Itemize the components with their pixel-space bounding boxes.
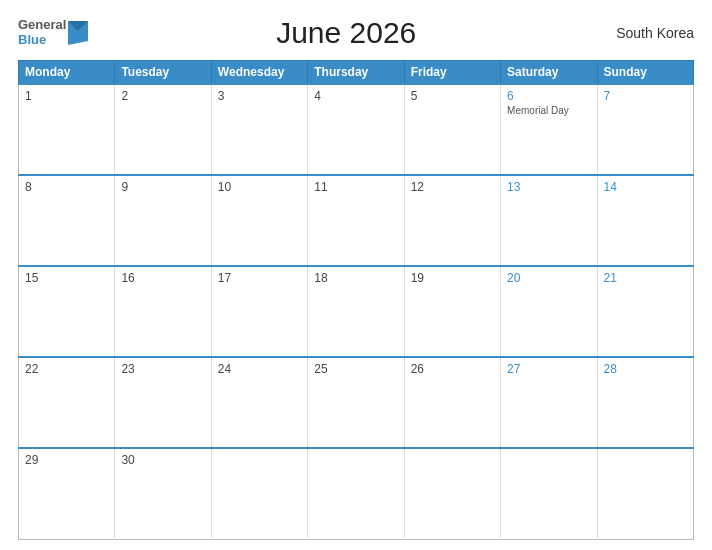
day-empty-5 [597,448,693,539]
day-20: 20 [501,266,597,357]
day-9: 9 [115,175,211,266]
day-11: 11 [308,175,404,266]
day-empty-3 [404,448,500,539]
day-7: 7 [597,84,693,175]
col-sunday: Sunday [597,61,693,85]
week-row-3: 15 16 17 18 19 20 21 [19,266,694,357]
col-thursday: Thursday [308,61,404,85]
logo-flag-icon [68,21,88,45]
day-empty-1 [211,448,307,539]
col-wednesday: Wednesday [211,61,307,85]
day-5: 5 [404,84,500,175]
day-29: 29 [19,448,115,539]
header: General Blue June 2026 South Korea [18,16,694,50]
calendar-table: Monday Tuesday Wednesday Thursday Friday… [18,60,694,540]
week-row-4: 22 23 24 25 26 27 28 [19,357,694,448]
day-8: 8 [19,175,115,266]
day-empty-4 [501,448,597,539]
day-15: 15 [19,266,115,357]
day-4: 4 [308,84,404,175]
day-12: 12 [404,175,500,266]
day-27: 27 [501,357,597,448]
day-18: 18 [308,266,404,357]
week-row-1: 1 2 3 4 5 6 Memorial Day 7 [19,84,694,175]
day-28: 28 [597,357,693,448]
day-3: 3 [211,84,307,175]
week-row-2: 8 9 10 11 12 13 14 [19,175,694,266]
day-empty-2 [308,448,404,539]
day-17: 17 [211,266,307,357]
day-16: 16 [115,266,211,357]
calendar-header: Monday Tuesday Wednesday Thursday Friday… [19,61,694,85]
country-label: South Korea [604,25,694,41]
day-26: 26 [404,357,500,448]
logo-general: General [18,18,66,33]
day-21: 21 [597,266,693,357]
day-13: 13 [501,175,597,266]
col-monday: Monday [19,61,115,85]
day-25: 25 [308,357,404,448]
day-23: 23 [115,357,211,448]
day-6: 6 Memorial Day [501,84,597,175]
calendar-title: June 2026 [88,16,604,50]
weekday-header-row: Monday Tuesday Wednesday Thursday Friday… [19,61,694,85]
page: General Blue June 2026 South Korea Monda… [0,0,712,550]
day-30: 30 [115,448,211,539]
logo-blue: Blue [18,33,66,48]
day-24: 24 [211,357,307,448]
logo: General Blue [18,18,88,48]
col-saturday: Saturday [501,61,597,85]
day-10: 10 [211,175,307,266]
col-friday: Friday [404,61,500,85]
day-1: 1 [19,84,115,175]
calendar-body: 1 2 3 4 5 6 Memorial Day 7 8 9 10 11 12 … [19,84,694,540]
logo-text: General Blue [18,18,66,48]
day-14: 14 [597,175,693,266]
col-tuesday: Tuesday [115,61,211,85]
day-2: 2 [115,84,211,175]
day-22: 22 [19,357,115,448]
week-row-5: 29 30 [19,448,694,539]
day-19: 19 [404,266,500,357]
